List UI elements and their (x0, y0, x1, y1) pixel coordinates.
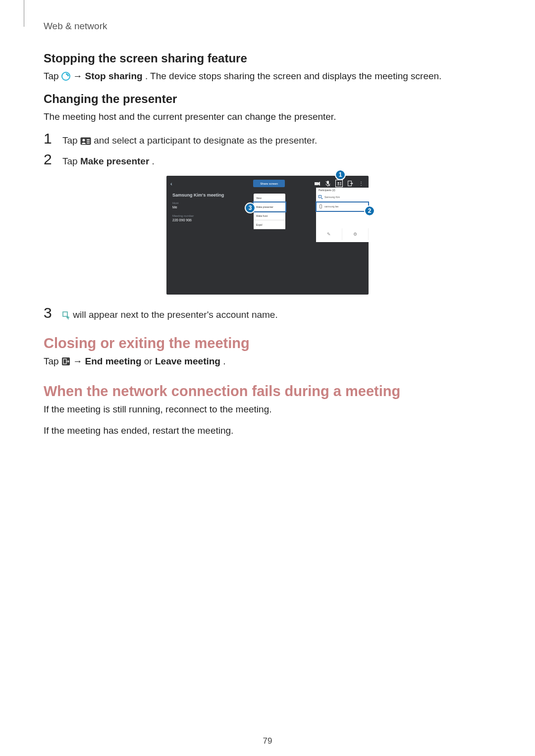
close-pre: Tap (44, 356, 61, 366)
para-closing: Tap → End meeting or Leave meeting . (44, 354, 491, 368)
share-screen-button: Share screen (253, 180, 285, 187)
heading-stop-sharing: Stopping the screen sharing feature (44, 51, 491, 65)
participant-1-name: Samsung Kim (324, 196, 340, 199)
toolbar-icons: ⋮ (315, 180, 364, 187)
para-network-2: If the meeting has ended, restart the me… (44, 424, 491, 438)
draw-icon: ✎ (316, 228, 342, 240)
step-2: 2 Tap Make presenter . (44, 152, 491, 167)
mic-off-icon (325, 181, 330, 186)
steps-list: 1 Tap and select a participant to design… (44, 131, 491, 167)
meeting-number-label: Meeting number (172, 214, 194, 217)
participants-header: Participants (2) (316, 188, 369, 193)
meeting-number-value: 220 090 906 (172, 218, 192, 222)
back-icon: ‹ (170, 181, 172, 187)
svg-point-17 (321, 198, 322, 199)
svg-rect-14 (340, 185, 341, 185)
svg-rect-13 (340, 183, 341, 184)
exit-door-icon (348, 181, 353, 186)
host-value: Me (172, 205, 177, 209)
menu-view: View (254, 194, 285, 202)
device-screenshot: ‹ Share screen ⋮ Samsung Kim's meeting H… (166, 176, 369, 295)
step3-post: will appear next to the presenter's acco… (73, 309, 277, 320)
menu-expel: Expel (254, 220, 285, 229)
participants-boxed-icon (335, 180, 343, 187)
svg-point-11 (337, 182, 339, 184)
bold-leave-meeting: Leave meeting (155, 356, 220, 366)
para-stop-sharing: Tap → Stop sharing . The device stops sh… (44, 69, 491, 83)
step-3: 3 will appear next to the presenter's ac… (44, 305, 491, 320)
settings-icon: ⚙ (342, 228, 369, 240)
meeting-title: Samsung Kim's meeting (172, 193, 224, 198)
participant-2-name: samsung lee (324, 205, 338, 208)
participant-row-1: Samsung Kim (316, 193, 369, 202)
text-tap: Tap (44, 71, 61, 81)
heading-network-fail: When the network connection fails during… (44, 383, 491, 400)
callout-3: 3 (246, 203, 255, 212)
header-margin (24, 0, 24, 27)
svg-rect-5 (87, 141, 90, 142)
step-num-2: 2 (44, 152, 55, 167)
close-post: . (223, 356, 225, 366)
context-menu: View Make presenter Make host Expel (254, 194, 285, 229)
menu-make-presenter: Make presenter (254, 202, 285, 211)
text-rest: . The device stops sharing the screen an… (145, 71, 442, 81)
host-label: Host (172, 202, 178, 204)
participant-row-2: samsung lee (316, 202, 369, 211)
step-num-1: 1 (44, 131, 55, 146)
participants-icon (80, 137, 91, 145)
bold-stop-sharing: Stop sharing (85, 71, 142, 81)
svg-rect-18 (320, 205, 321, 208)
svg-rect-4 (87, 139, 90, 140)
para-network-1: If the meeting is still running, reconne… (44, 403, 491, 416)
steps-list-cont: 3 will appear next to the presenter's ac… (44, 305, 491, 320)
step2-pre: Tap (62, 156, 80, 166)
close-mid: or (144, 356, 155, 366)
callout-1: 1 (336, 170, 345, 179)
step2-post: . (152, 156, 155, 166)
step1-pre: Tap (62, 135, 80, 146)
phone-icon (319, 204, 322, 208)
svg-point-1 (64, 75, 67, 78)
svg-rect-12 (340, 182, 341, 183)
more-icon: ⋮ (358, 181, 364, 186)
presenter-badge-icon (319, 195, 322, 199)
page-number: 79 (0, 736, 535, 746)
bold-end-meeting: End meeting (85, 356, 141, 366)
svg-rect-19 (63, 312, 67, 316)
svg-rect-6 (87, 143, 90, 144)
menu-make-host: Make host (254, 211, 285, 220)
svg-rect-16 (319, 196, 321, 198)
step2-bold: Make presenter (80, 156, 149, 166)
exit-door-icon-inline (61, 357, 70, 366)
presenter-cursor-icon (62, 311, 70, 319)
para-change-presenter: The meeting host and the current present… (44, 110, 491, 124)
participants-panel: Participants (2) Samsung Kim samsung lee… (316, 188, 369, 242)
arrow: → (73, 71, 85, 81)
video-icon (315, 181, 320, 186)
heading-closing: Closing or exiting the meeting (44, 335, 491, 352)
callout-2: 2 (365, 206, 374, 215)
step1-post: and select a participant to designate as… (94, 135, 317, 146)
svg-point-3 (82, 139, 85, 141)
breadcrumb: Web & network (44, 21, 491, 32)
step-num-3: 3 (44, 305, 55, 320)
panel-actions: ✎ ⚙ (316, 228, 369, 240)
screen-share-orb-icon (61, 72, 70, 81)
svg-rect-7 (315, 182, 318, 185)
close-arrow: → (73, 356, 85, 366)
heading-change-presenter: Changing the presenter (44, 92, 491, 106)
step-1: 1 Tap and select a participant to design… (44, 131, 491, 146)
